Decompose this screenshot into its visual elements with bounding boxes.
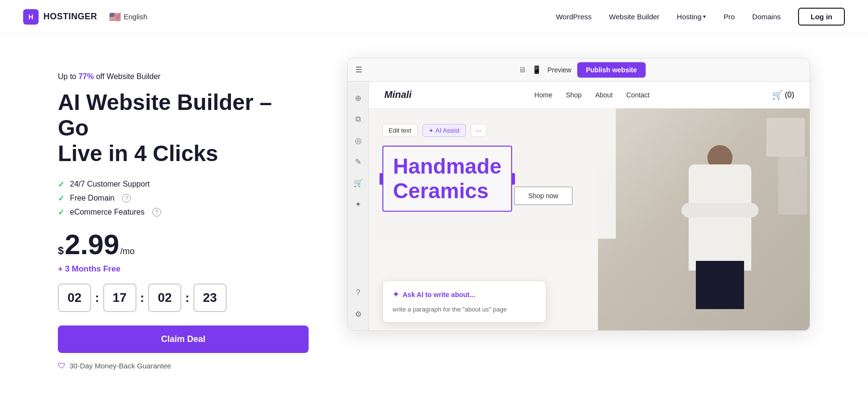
site-nav-shop[interactable]: Shop — [566, 91, 582, 99]
feature-customer-support: ✓ 24/7 Customer Support — [58, 180, 309, 189]
main-heading: AI Website Builder – Go Live in 4 Clicks — [58, 90, 309, 166]
handle-left[interactable] — [380, 173, 383, 185]
person-silhouette — [651, 131, 788, 330]
ai-assist-box: ✦ Ask AI to write about... — [382, 281, 546, 323]
site-logo: Minali — [384, 89, 412, 100]
logo-text: HOSTINGER — [43, 12, 97, 22]
ai-box-header: ✦ Ask AI to write about... — [393, 290, 536, 299]
promo-label: Up to 77% off Website Builder — [58, 72, 309, 81]
timer-hours: 02 — [58, 284, 91, 312]
cart-count: (0) — [785, 91, 794, 99]
website-preview: Minali Home Shop About Contact 🛒 (0) — [369, 81, 810, 330]
site-nav-about[interactable]: About — [595, 91, 613, 99]
nav-item-hosting[interactable]: Hosting ▾ — [677, 13, 706, 21]
price-section: $ 2.99 /mo — [58, 230, 309, 258]
sparkle-icon: ✦ — [429, 127, 434, 134]
publish-button[interactable]: Publish website — [577, 62, 646, 78]
logo[interactable]: H HOSTINGER — [23, 9, 97, 25]
builder-sidebar: ⊕ ⧉ ◎ ✎ 🛒 ✦ ? ⚙ — [348, 81, 369, 330]
site-navigation: Home Shop About Contact — [534, 91, 650, 99]
ai-sparkle-icon: ✦ — [393, 290, 399, 299]
hamburger-icon[interactable]: ☰ — [355, 65, 362, 74]
promo-percent: 77% — [79, 72, 94, 81]
shop-now-button[interactable]: Shop now — [514, 187, 572, 205]
nav-item-pro[interactable]: Pro — [723, 13, 734, 21]
right-panel: ☰ 🖥 📱 Preview Publish website ⊕ ⧉ ◎ ✎ — [347, 58, 829, 331]
more-options-button[interactable]: ··· — [471, 124, 487, 137]
nav-item-website-builder[interactable]: Website Builder — [609, 13, 660, 21]
shield-icon: 🛡 — [58, 362, 66, 370]
flag-icon: 🇺🇸 — [109, 11, 121, 23]
builder-body: ⊕ ⧉ ◎ ✎ 🛒 ✦ ? ⚙ Minali Home — [348, 81, 810, 330]
left-panel: Up to 77% off Website Builder AI Website… — [58, 63, 309, 370]
header-left: H HOSTINGER 🇺🇸 English — [23, 9, 148, 25]
timer-sep-1: : — [95, 290, 99, 305]
info-icon-ecommerce[interactable]: ? — [152, 208, 161, 217]
site-nav-contact[interactable]: Contact — [626, 91, 650, 99]
sidebar-magic-icon[interactable]: ✦ — [348, 193, 369, 215]
language-label: English — [124, 13, 148, 21]
sidebar-cart-icon[interactable]: 🛒 — [348, 172, 369, 193]
handle-right[interactable] — [511, 173, 515, 185]
feature-ecommerce: ✓ eCommerce Features ? — [58, 208, 309, 217]
nav-item-domains[interactable]: Domains — [752, 13, 781, 21]
toolbar-center: 🖥 📱 Preview Publish website — [518, 62, 646, 78]
edit-text-button[interactable]: Edit text — [382, 124, 418, 137]
sidebar-help-icon[interactable]: ? — [348, 282, 369, 303]
site-nav-home[interactable]: Home — [534, 91, 552, 99]
mobile-icon[interactable]: 📱 — [532, 65, 542, 74]
claim-deal-button[interactable]: Claim Deal — [58, 325, 309, 353]
builder-window: ☰ 🖥 📱 Preview Publish website ⊕ ⧉ ◎ ✎ — [347, 58, 810, 331]
hero-image — [598, 108, 810, 330]
check-icon: ✓ — [58, 194, 64, 203]
sidebar-theme-icon[interactable]: ◎ — [348, 130, 369, 151]
price-mo: /mo — [120, 246, 135, 257]
price-extra: + 3 Months Free — [58, 264, 309, 274]
site-header: H HOSTINGER 🇺🇸 English WordPress Website… — [0, 0, 868, 34]
desktop-icon[interactable]: 🖥 — [518, 66, 526, 74]
sidebar-layers-icon[interactable]: ⧉ — [348, 108, 369, 130]
ai-text-input[interactable] — [393, 306, 536, 313]
toolbar-left: ☰ — [355, 65, 362, 74]
language-selector[interactable]: 🇺🇸 English — [109, 11, 148, 23]
guarantee-text: 🛡 30-Day Money-Back Guarantee — [58, 362, 309, 370]
timer-sep-3: : — [185, 290, 190, 305]
price-dollar: $ — [58, 244, 64, 257]
ai-assist-button[interactable]: ✦ AI Assist — [422, 124, 466, 137]
builder-toolbar: ☰ 🖥 📱 Preview Publish website — [348, 58, 810, 81]
cart-icon: 🛒 — [772, 90, 783, 100]
hero-text-content: Edit text ✦ AI Assist ··· — [369, 108, 616, 239]
countdown-timer: 02 : 17 : 02 : 23 — [58, 284, 309, 312]
logo-icon: H — [23, 9, 39, 25]
timer-minutes: 17 — [103, 284, 136, 312]
check-icon: ✓ — [58, 208, 64, 217]
timer-sep-2: : — [140, 290, 145, 305]
main-content: Up to 77% off Website Builder AI Website… — [0, 34, 868, 393]
sidebar-settings-icon[interactable]: ⚙ — [348, 303, 369, 325]
heading-edit-box[interactable]: Handmade Ceramics — [382, 146, 512, 212]
price-amount: 2.99 — [65, 230, 119, 258]
preview-button[interactable]: Preview — [547, 66, 571, 74]
nav-item-wordpress[interactable]: WordPress — [556, 13, 592, 21]
info-icon-domain[interactable]: ? — [122, 194, 131, 203]
main-nav: WordPress Website Builder Hosting ▾ Pro … — [556, 8, 845, 26]
hosting-chevron-icon: ▾ — [703, 14, 706, 20]
check-icon: ✓ — [58, 180, 64, 189]
features-list: ✓ 24/7 Customer Support ✓ Free Domain ? … — [58, 180, 309, 217]
timer-seconds-1: 02 — [148, 284, 181, 312]
site-nav-bar: Minali Home Shop About Contact 🛒 (0) — [369, 81, 810, 108]
sidebar-edit-icon[interactable]: ✎ — [348, 151, 369, 172]
cart-button[interactable]: 🛒 (0) — [772, 90, 794, 100]
hero-heading: Handmade Ceramics — [393, 154, 502, 203]
site-hero: Edit text ✦ AI Assist ··· — [369, 108, 810, 330]
feature-free-domain: ✓ Free Domain ? — [58, 194, 309, 203]
price-row: $ 2.99 /mo — [58, 230, 309, 258]
edit-toolbar: Edit text ✦ AI Assist ··· — [382, 124, 602, 137]
timer-seconds-2: 23 — [193, 284, 227, 312]
login-button[interactable]: Log in — [798, 8, 845, 26]
sidebar-add-icon[interactable]: ⊕ — [348, 87, 369, 108]
